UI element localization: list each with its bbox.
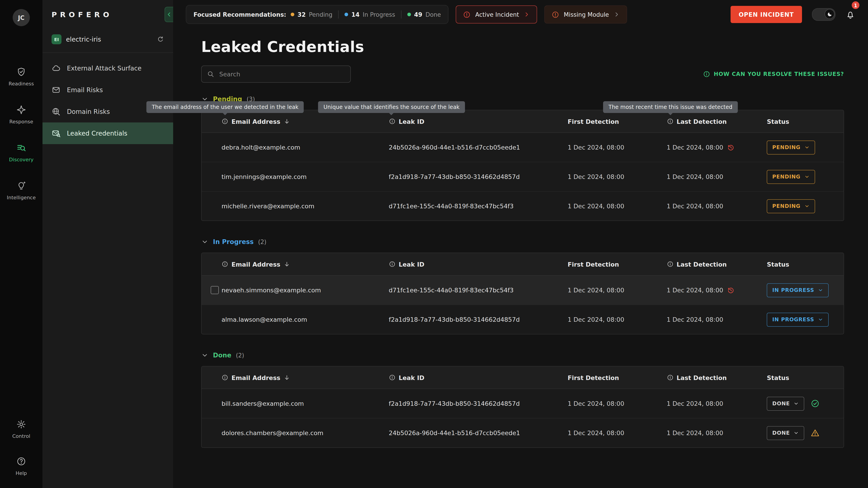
rail-item-help[interactable]: Help	[0, 456, 42, 476]
table-row[interactable]: bill.sanders@example.com f2a1d918-7a77-4…	[202, 389, 844, 418]
table-header: Email Address Leak ID First Detection	[202, 110, 844, 133]
resolve-issues-link[interactable]: HOW CAN YOU RESOLVE THESE ISSUES?	[703, 70, 844, 78]
divider	[338, 10, 339, 19]
in-progress-count-label: In Progress	[363, 11, 395, 18]
done-count-label: Done	[426, 11, 441, 18]
sort-descending-icon[interactable]	[283, 118, 290, 125]
rail-item-readiness[interactable]: Readiness	[0, 67, 42, 87]
section-in-progress: In Progress (2) Email Address Leak ID	[201, 236, 844, 334]
rail-item-intelligence[interactable]: Intelligence	[0, 181, 42, 201]
col-email-address[interactable]: Email Address	[221, 374, 389, 381]
table-row[interactable]: alma.lawson@example.com f2a1d918-7a77-43…	[202, 305, 844, 334]
status-cell: PENDING	[767, 170, 836, 184]
mail-search-icon	[52, 129, 61, 138]
col-leak-id[interactable]: Leak ID	[389, 374, 568, 381]
table-row[interactable]: tim.jennings@example.com f2a1d918-7a77-4…	[202, 162, 844, 192]
tools-row: HOW CAN YOU RESOLVE THESE ISSUES?	[201, 66, 844, 83]
table-header: Email Address Leak ID First Detection	[202, 253, 844, 275]
col-first-detection[interactable]: First Detection	[567, 374, 666, 381]
sidebar-item-label: Domain Risks	[67, 108, 110, 115]
col-leak-id[interactable]: Leak ID	[389, 118, 568, 125]
last-detection-value: 1 Dec 2024, 08:00	[666, 144, 723, 151]
status-dropdown[interactable]: DONE	[767, 426, 804, 440]
missing-module-button[interactable]: Missing Module	[544, 5, 627, 24]
col-status: Status	[767, 118, 836, 125]
col-last-detection[interactable]: Last Detection	[666, 118, 767, 125]
last-detection-cell: 1 Dec 2024, 08:00	[666, 173, 767, 180]
pending-dot-icon	[291, 13, 294, 16]
table-row[interactable]: nevaeh.simmons@example.com d71fc1ee-155c…	[202, 275, 844, 305]
col-email-address[interactable]: Email Address	[221, 118, 389, 125]
section-done: Done (2) Email Address Leak ID	[201, 350, 844, 448]
rail-item-discovery[interactable]: Discovery	[0, 143, 42, 163]
sidebar-item-email-risks[interactable]: Email Risks	[42, 79, 173, 101]
tooltip-email-address: The email address of the user we detecte…	[147, 101, 304, 113]
info-icon	[703, 70, 710, 78]
main: Focused Recommendations: 32 Pending 14 I…	[173, 0, 868, 488]
col-last-detection[interactable]: Last Detection	[666, 260, 767, 268]
table-row[interactable]: debra.holt@example.com 24b5026a-960d-44e…	[202, 133, 844, 162]
row-checkbox[interactable]	[211, 286, 219, 294]
open-incident-button[interactable]: OPEN INCIDENT	[731, 6, 802, 23]
status-dropdown[interactable]: IN PROGRESS	[767, 283, 829, 297]
theme-toggle[interactable]	[812, 8, 835, 21]
status-cell: DONE	[767, 426, 836, 440]
column-label: Last Detection	[677, 374, 727, 381]
section-header-in-progress[interactable]: In Progress (2)	[201, 236, 844, 247]
section-count: (2)	[236, 352, 244, 359]
avatar[interactable]: JC	[13, 9, 30, 26]
sort-descending-icon[interactable]	[283, 261, 290, 267]
active-incident-button[interactable]: Active Incident	[456, 5, 537, 24]
first-detection-cell: 1 Dec 2024, 08:00	[567, 316, 666, 323]
status-dropdown[interactable]: PENDING	[767, 140, 815, 154]
notifications-button[interactable]: 1	[845, 9, 855, 20]
last-detection-cell: 1 Dec 2024, 08:00	[666, 202, 767, 210]
workspace-selector[interactable]: EI electric-iris	[42, 29, 173, 50]
column-label: Status	[767, 374, 789, 381]
pending-count-value: 32	[298, 11, 306, 18]
section-count: (2)	[258, 238, 267, 245]
status-label: PENDING	[772, 203, 801, 209]
col-leak-id[interactable]: Leak ID	[389, 260, 568, 268]
column-label: Leak ID	[399, 118, 425, 125]
status-dropdown[interactable]: PENDING	[767, 199, 815, 213]
column-label: First Detection	[567, 374, 619, 381]
section-header-done[interactable]: Done (2)	[201, 350, 844, 361]
done-table: Email Address Leak ID First Detection	[201, 366, 844, 448]
chevron-down-icon	[818, 317, 823, 322]
status-dropdown[interactable]: DONE	[767, 396, 804, 411]
first-detection-cell: 1 Dec 2024, 08:00	[567, 400, 666, 407]
sidebar-item-leaked-credentials[interactable]: Leaked Credentials	[42, 123, 173, 144]
status-dropdown[interactable]: PENDING	[767, 170, 815, 184]
search-input[interactable]	[218, 70, 345, 78]
cloud-icon	[52, 64, 61, 73]
col-first-detection[interactable]: First Detection	[567, 260, 666, 268]
table-row[interactable]: michelle.rivera@example.com d71fc1ee-155…	[202, 192, 844, 221]
status-cell: PENDING	[767, 199, 836, 213]
sidebar-collapse-button[interactable]	[164, 7, 173, 22]
rail-item-label: Help	[16, 470, 27, 476]
first-detection-cell: 1 Dec 2024, 08:00	[567, 287, 666, 294]
refresh-icon[interactable]	[157, 36, 164, 43]
col-last-detection[interactable]: Last Detection	[666, 374, 767, 381]
chevron-left-icon	[166, 11, 172, 18]
section-label: In Progress	[213, 238, 254, 246]
col-first-detection[interactable]: First Detection	[567, 118, 666, 125]
status-label: DONE	[772, 430, 790, 436]
sidebar-item-external-attack-surface[interactable]: External Attack Surface	[42, 57, 173, 79]
table-row[interactable]: dolores.chambers@example.com 24b5026a-96…	[202, 418, 844, 447]
done-dot-icon	[407, 13, 411, 16]
sidebar-header: PROFERO	[42, 0, 173, 29]
content: Leaked Credentials HOW CAN YOU RESOLVE T…	[173, 38, 868, 448]
warning-circle-icon	[463, 11, 471, 18]
sidebar-item-label: Leaked Credentials	[67, 130, 127, 137]
col-email-address[interactable]: Email Address	[221, 260, 389, 268]
sort-descending-icon[interactable]	[283, 374, 290, 381]
status-dropdown[interactable]: IN PROGRESS	[767, 313, 829, 326]
rail-item-response[interactable]: Response	[0, 105, 42, 125]
pending-table: Email Address Leak ID First Detection	[201, 110, 844, 221]
last-detection-value: 1 Dec 2024, 08:00	[666, 400, 723, 407]
rail-item-control[interactable]: Control	[0, 419, 42, 439]
leak-id-cell: 24b5026a-960d-44e1-b516-d7ccb05eede1	[389, 144, 568, 151]
rail-item-label: Discovery	[9, 157, 34, 163]
